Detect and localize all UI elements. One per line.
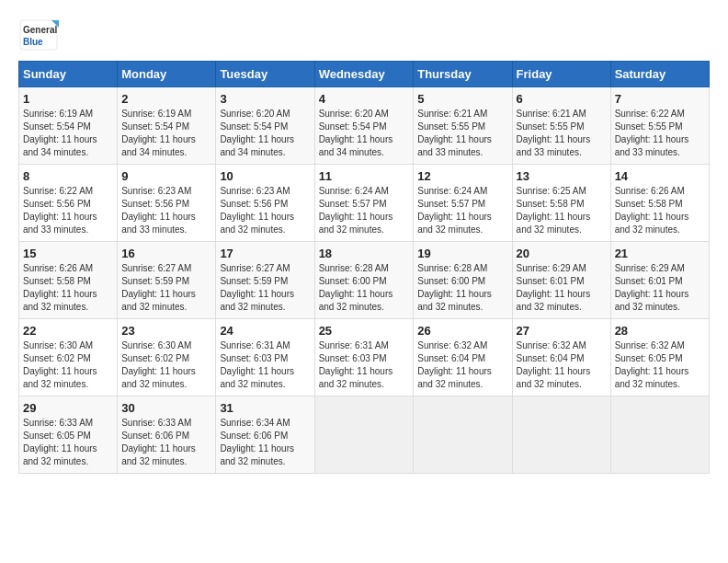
day-number: 24 xyxy=(220,324,310,338)
day-info: Sunrise: 6:26 AM Sunset: 5:58 PM Dayligh… xyxy=(615,185,705,236)
day-info: Sunrise: 6:21 AM Sunset: 5:55 PM Dayligh… xyxy=(517,108,607,159)
header-thursday: Thursday xyxy=(414,62,512,87)
calendar-cell: 29 Sunrise: 6:33 AM Sunset: 6:05 PM Dayl… xyxy=(19,396,118,474)
day-info: Sunrise: 6:32 AM Sunset: 6:04 PM Dayligh… xyxy=(517,339,607,391)
calendar-week-row: 29 Sunrise: 6:33 AM Sunset: 6:05 PM Dayl… xyxy=(19,396,710,474)
calendar-cell: 3 Sunrise: 6:20 AM Sunset: 5:54 PM Dayli… xyxy=(216,87,314,165)
header-friday: Friday xyxy=(512,62,610,87)
day-info: Sunrise: 6:31 AM Sunset: 6:03 PM Dayligh… xyxy=(220,339,310,391)
day-info: Sunrise: 6:20 AM Sunset: 5:54 PM Dayligh… xyxy=(319,108,410,159)
logo-svg: General Blue xyxy=(18,18,59,52)
day-number: 13 xyxy=(517,169,607,183)
day-info: Sunrise: 6:29 AM Sunset: 6:01 PM Dayligh… xyxy=(517,262,607,314)
calendar-cell: 20 Sunrise: 6:29 AM Sunset: 6:01 PM Dayl… xyxy=(512,242,610,319)
day-info: Sunrise: 6:30 AM Sunset: 6:02 PM Dayligh… xyxy=(121,339,211,391)
day-number: 18 xyxy=(319,247,410,260)
calendar-cell: 7 Sunrise: 6:22 AM Sunset: 5:55 PM Dayli… xyxy=(610,87,709,165)
day-number: 10 xyxy=(220,169,310,183)
day-info: Sunrise: 6:22 AM Sunset: 5:55 PM Dayligh… xyxy=(615,108,705,159)
day-number: 21 xyxy=(615,247,705,260)
header-monday: Monday xyxy=(118,62,216,87)
calendar-cell: 9 Sunrise: 6:23 AM Sunset: 5:56 PM Dayli… xyxy=(118,165,216,242)
svg-text:Blue: Blue xyxy=(23,37,43,47)
day-number: 23 xyxy=(121,324,211,338)
logo: General Blue xyxy=(18,18,59,52)
day-number: 27 xyxy=(517,324,607,338)
day-number: 16 xyxy=(121,247,211,260)
calendar-cell: 25 Sunrise: 6:31 AM Sunset: 6:03 PM Dayl… xyxy=(314,319,414,396)
calendar-cell: 24 Sunrise: 6:31 AM Sunset: 6:03 PM Dayl… xyxy=(216,319,314,396)
day-number: 5 xyxy=(417,92,507,106)
day-info: Sunrise: 6:33 AM Sunset: 6:06 PM Dayligh… xyxy=(121,417,211,468)
calendar-cell: 2 Sunrise: 6:19 AM Sunset: 5:54 PM Dayli… xyxy=(118,87,216,165)
calendar-table: SundayMondayTuesdayWednesdayThursdayFrid… xyxy=(18,61,710,474)
day-number: 25 xyxy=(319,324,410,338)
day-number: 19 xyxy=(417,247,507,260)
day-number: 12 xyxy=(417,169,507,183)
calendar-cell: 19 Sunrise: 6:28 AM Sunset: 6:00 PM Dayl… xyxy=(414,242,512,319)
day-number: 2 xyxy=(121,92,211,106)
day-info: Sunrise: 6:27 AM Sunset: 5:59 PM Dayligh… xyxy=(121,262,211,314)
day-number: 22 xyxy=(23,324,113,338)
calendar-cell: 15 Sunrise: 6:26 AM Sunset: 5:58 PM Dayl… xyxy=(19,242,118,319)
calendar-cell: 14 Sunrise: 6:26 AM Sunset: 5:58 PM Dayl… xyxy=(610,165,709,242)
day-number: 30 xyxy=(121,401,211,415)
svg-text:General: General xyxy=(23,25,57,35)
header-saturday: Saturday xyxy=(610,62,709,87)
day-number: 17 xyxy=(220,247,310,260)
calendar-cell: 28 Sunrise: 6:32 AM Sunset: 6:05 PM Dayl… xyxy=(610,319,709,396)
header-sunday: Sunday xyxy=(19,62,118,87)
day-number: 3 xyxy=(220,92,310,106)
day-info: Sunrise: 6:19 AM Sunset: 5:54 PM Dayligh… xyxy=(121,108,211,159)
day-info: Sunrise: 6:24 AM Sunset: 5:57 PM Dayligh… xyxy=(417,185,507,236)
day-info: Sunrise: 6:28 AM Sunset: 6:00 PM Dayligh… xyxy=(417,262,507,314)
day-info: Sunrise: 6:32 AM Sunset: 6:04 PM Dayligh… xyxy=(417,339,507,391)
day-info: Sunrise: 6:30 AM Sunset: 6:02 PM Dayligh… xyxy=(23,339,113,391)
calendar-cell: 16 Sunrise: 6:27 AM Sunset: 5:59 PM Dayl… xyxy=(118,242,216,319)
calendar-cell: 10 Sunrise: 6:23 AM Sunset: 5:56 PM Dayl… xyxy=(216,165,314,242)
day-info: Sunrise: 6:22 AM Sunset: 5:56 PM Dayligh… xyxy=(23,185,113,236)
calendar-header-row: SundayMondayTuesdayWednesdayThursdayFrid… xyxy=(19,62,710,87)
day-number: 29 xyxy=(23,401,113,415)
day-number: 8 xyxy=(23,169,113,183)
day-info: Sunrise: 6:24 AM Sunset: 5:57 PM Dayligh… xyxy=(319,185,410,236)
day-info: Sunrise: 6:26 AM Sunset: 5:58 PM Dayligh… xyxy=(23,262,113,314)
day-info: Sunrise: 6:23 AM Sunset: 5:56 PM Dayligh… xyxy=(121,185,211,236)
calendar-cell: 21 Sunrise: 6:29 AM Sunset: 6:01 PM Dayl… xyxy=(610,242,709,319)
calendar-cell: 17 Sunrise: 6:27 AM Sunset: 5:59 PM Dayl… xyxy=(216,242,314,319)
day-info: Sunrise: 6:31 AM Sunset: 6:03 PM Dayligh… xyxy=(319,339,410,391)
day-number: 4 xyxy=(319,92,410,106)
day-number: 6 xyxy=(517,92,607,106)
calendar-cell: 13 Sunrise: 6:25 AM Sunset: 5:58 PM Dayl… xyxy=(512,165,610,242)
day-info: Sunrise: 6:32 AM Sunset: 6:05 PM Dayligh… xyxy=(615,339,705,391)
calendar-cell: 12 Sunrise: 6:24 AM Sunset: 5:57 PM Dayl… xyxy=(414,165,512,242)
day-info: Sunrise: 6:20 AM Sunset: 5:54 PM Dayligh… xyxy=(220,108,310,159)
calendar-cell: 22 Sunrise: 6:30 AM Sunset: 6:02 PM Dayl… xyxy=(19,319,118,396)
calendar-cell: 8 Sunrise: 6:22 AM Sunset: 5:56 PM Dayli… xyxy=(19,165,118,242)
calendar-week-row: 1 Sunrise: 6:19 AM Sunset: 5:54 PM Dayli… xyxy=(19,87,710,165)
page-header: General Blue xyxy=(18,18,710,52)
calendar-cell xyxy=(512,396,610,474)
header-tuesday: Tuesday xyxy=(216,62,314,87)
day-number: 15 xyxy=(23,247,113,260)
day-number: 28 xyxy=(615,324,705,338)
day-info: Sunrise: 6:33 AM Sunset: 6:05 PM Dayligh… xyxy=(23,417,113,468)
calendar-cell: 31 Sunrise: 6:34 AM Sunset: 6:06 PM Dayl… xyxy=(216,396,314,474)
day-info: Sunrise: 6:28 AM Sunset: 6:00 PM Dayligh… xyxy=(319,262,410,314)
calendar-cell: 1 Sunrise: 6:19 AM Sunset: 5:54 PM Dayli… xyxy=(19,87,118,165)
day-info: Sunrise: 6:27 AM Sunset: 5:59 PM Dayligh… xyxy=(220,262,310,314)
day-number: 14 xyxy=(615,169,705,183)
day-number: 26 xyxy=(417,324,507,338)
day-info: Sunrise: 6:23 AM Sunset: 5:56 PM Dayligh… xyxy=(220,185,310,236)
calendar-cell xyxy=(610,396,709,474)
calendar-cell: 6 Sunrise: 6:21 AM Sunset: 5:55 PM Dayli… xyxy=(512,87,610,165)
calendar-cell: 18 Sunrise: 6:28 AM Sunset: 6:00 PM Dayl… xyxy=(314,242,414,319)
calendar-cell: 27 Sunrise: 6:32 AM Sunset: 6:04 PM Dayl… xyxy=(512,319,610,396)
calendar-week-row: 15 Sunrise: 6:26 AM Sunset: 5:58 PM Dayl… xyxy=(19,242,710,319)
day-number: 9 xyxy=(121,169,211,183)
day-info: Sunrise: 6:25 AM Sunset: 5:58 PM Dayligh… xyxy=(517,185,607,236)
day-number: 31 xyxy=(220,401,310,415)
calendar-cell: 5 Sunrise: 6:21 AM Sunset: 5:55 PM Dayli… xyxy=(414,87,512,165)
calendar-cell: 26 Sunrise: 6:32 AM Sunset: 6:04 PM Dayl… xyxy=(414,319,512,396)
calendar-cell: 11 Sunrise: 6:24 AM Sunset: 5:57 PM Dayl… xyxy=(314,165,414,242)
